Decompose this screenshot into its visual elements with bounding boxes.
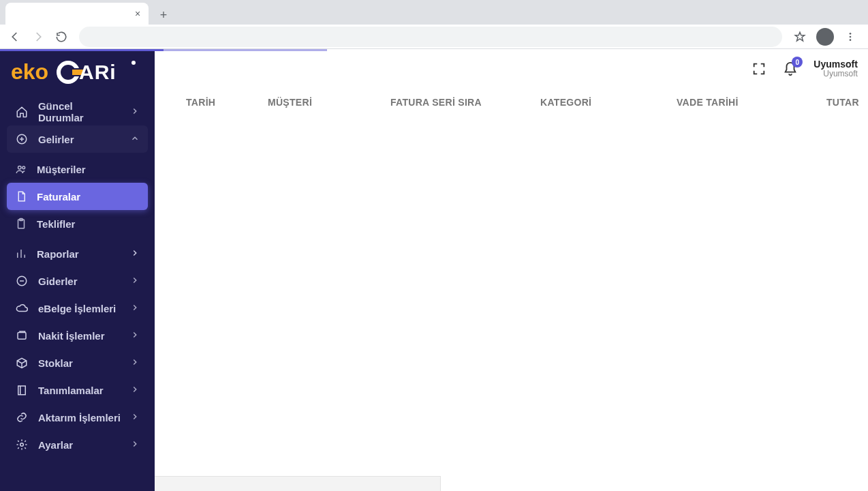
chevron-right-icon — [130, 276, 140, 287]
sidebar-item-label: Tanımlamalar — [38, 385, 104, 396]
sidebar: eko ARi Güncel Durumlar Gelirler Müşteri… — [0, 49, 155, 491]
chevron-right-icon — [130, 439, 140, 451]
browser-toolbar — [0, 25, 868, 49]
back-button[interactable] — [5, 27, 25, 46]
box-icon — [15, 357, 29, 369]
chart-icon — [15, 248, 27, 260]
user-block[interactable]: Uyumsoft Uyumsoft — [813, 59, 858, 79]
sidebar-item-label: Güncel Durumlar — [38, 100, 121, 123]
column-header[interactable]: FATURA SERİ SIRA — [390, 97, 540, 108]
svg-point-8 — [131, 61, 136, 65]
table-header: TARİHMÜŞTERİFATURA SERİ SIRAKATEGORİVADE… — [186, 89, 868, 116]
chevron-right-icon — [130, 412, 140, 423]
svg-rect-15 — [18, 333, 26, 340]
sidebar-subitem-faturalar[interactable]: Faturalar — [7, 183, 148, 210]
sidebar-item-label: Müşteriler — [37, 164, 86, 175]
sidebar-item-nakit[interactable]: Nakit İşlemler — [7, 322, 148, 349]
status-bar — [155, 476, 441, 491]
sidebar-item-label: Nakit İşlemler — [38, 330, 105, 342]
chevron-right-icon — [130, 357, 140, 369]
doc-icon — [15, 190, 27, 203]
chevron-right-icon — [130, 248, 140, 260]
svg-rect-16 — [18, 386, 26, 395]
sidebar-item-label: Raporlar — [37, 248, 79, 260]
sidebar-item-tanim[interactable]: Tanımlamalar — [7, 376, 148, 404]
sidebar-item-label: eBelge İşlemleri — [38, 303, 116, 314]
svg-point-10 — [18, 166, 22, 170]
column-header[interactable]: MÜŞTERİ — [268, 97, 390, 108]
app-logo[interactable]: eko ARi — [0, 56, 155, 98]
sidebar-subitem-musteriler[interactable]: Müşteriler — [7, 155, 148, 183]
sidebar-item-ayarlar[interactable]: Ayarlar — [7, 431, 148, 458]
profile-avatar-icon[interactable] — [816, 28, 834, 46]
sidebar-item-aktarim[interactable]: Aktarım İşlemleri — [7, 404, 148, 431]
top-bar: 0 Uyumsoft Uyumsoft — [155, 49, 868, 89]
sidebar-item-label: Faturalar — [37, 191, 80, 203]
column-header[interactable]: VADE TARİHİ — [677, 97, 826, 108]
sidebar-menu: Güncel Durumlar Gelirler Müşteriler Fatu… — [0, 98, 155, 458]
chevron-right-icon — [130, 106, 140, 118]
sidebar-item-giderler[interactable]: Giderler — [7, 267, 148, 295]
browser-chrome: × + — [0, 0, 868, 49]
svg-point-1 — [850, 35, 852, 38]
chevron-right-icon — [130, 330, 140, 342]
sidebar-item-label: Giderler — [38, 276, 78, 287]
sidebar-subitem-teklifler[interactable]: Teklifler — [7, 210, 148, 237]
fullscreen-icon[interactable] — [751, 61, 767, 77]
users-icon — [15, 163, 27, 175]
column-header[interactable]: KATEGORİ — [540, 97, 677, 108]
close-tab-icon[interactable]: × — [132, 8, 143, 19]
plus-o-icon — [15, 133, 29, 145]
sidebar-item-label: Gelirler — [38, 134, 74, 145]
home-icon — [15, 106, 29, 118]
svg-point-17 — [20, 443, 24, 447]
forward-button[interactable] — [29, 27, 48, 46]
browser-tab[interactable]: × — [5, 3, 149, 25]
chevron-down-icon — [130, 134, 140, 145]
wallet-icon — [15, 329, 29, 342]
user-subtitle: Uyumsoft — [823, 70, 858, 79]
kebab-menu-icon[interactable] — [841, 27, 860, 46]
sidebar-item-guncel[interactable]: Güncel Durumlar — [7, 98, 148, 125]
svg-text:ARi: ARi — [79, 61, 117, 83]
column-header[interactable]: TUTAR — [826, 97, 868, 108]
reload-button[interactable] — [52, 27, 71, 46]
sidebar-item-stoklar[interactable]: Stoklar — [7, 349, 148, 376]
svg-point-0 — [850, 33, 852, 35]
sidebar-item-label: Stoklar — [38, 357, 73, 369]
book-icon — [15, 384, 29, 396]
chevron-right-icon — [130, 303, 140, 314]
cloud-icon — [15, 302, 29, 314]
address-bar[interactable] — [79, 27, 782, 47]
submenu-gelirler: Müşteriler Faturalar Teklifler — [7, 153, 148, 240]
column-header[interactable]: TARİH — [186, 97, 268, 108]
svg-text:eko: eko — [11, 59, 48, 84]
sidebar-item-label: Aktarım İşlemleri — [38, 412, 121, 423]
user-name: Uyumsoft — [813, 59, 858, 70]
content: TARİHMÜŞTERİFATURA SERİ SIRAKATEGORİVADE… — [155, 89, 868, 491]
sidebar-item-gelirler[interactable]: Gelirler — [7, 125, 148, 153]
sidebar-item-label: Teklifler — [37, 218, 75, 230]
chevron-right-icon — [130, 385, 140, 396]
loading-bar — [0, 49, 164, 51]
gear-icon — [15, 438, 29, 451]
star-icon[interactable] — [790, 27, 809, 46]
notifications-icon[interactable]: 0 — [782, 61, 799, 77]
notifications-badge: 0 — [792, 57, 803, 68]
app-root: eko ARi Güncel Durumlar Gelirler Müşteri… — [0, 49, 868, 491]
tab-strip: × + — [0, 0, 868, 25]
svg-point-11 — [22, 166, 25, 169]
sidebar-item-label: Ayarlar — [38, 439, 73, 451]
clip-icon — [15, 218, 27, 230]
svg-point-2 — [850, 39, 852, 41]
main-area: 0 Uyumsoft Uyumsoft TARİHMÜŞTERİFATURA S… — [155, 49, 868, 491]
link-icon — [15, 411, 29, 423]
sidebar-item-ebelge[interactable]: eBelge İşlemleri — [7, 295, 148, 322]
sidebar-item-raporlar[interactable]: Raporlar — [7, 240, 148, 267]
new-tab-button[interactable]: + — [154, 5, 173, 25]
minus-o-icon — [15, 275, 29, 287]
